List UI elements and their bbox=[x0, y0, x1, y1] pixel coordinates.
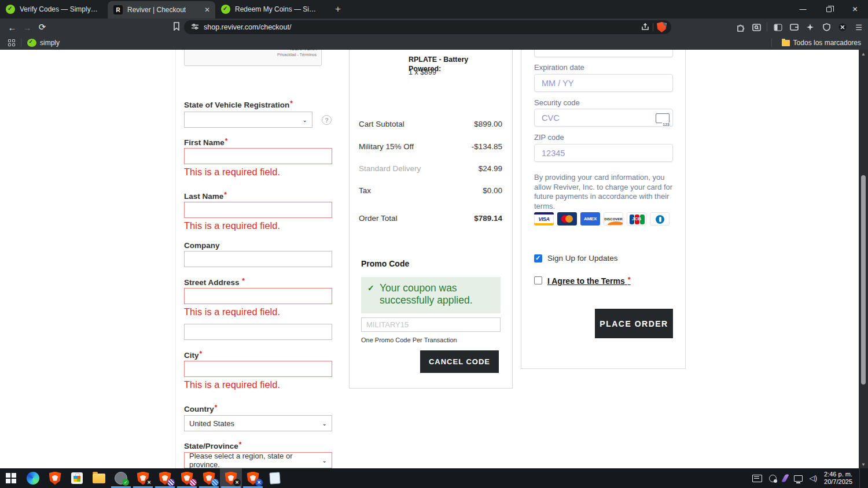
scrollbar-thumb[interactable] bbox=[861, 175, 866, 385]
cancel-code-button[interactable]: CANCEL CODE bbox=[420, 350, 499, 373]
street-address-input[interactable] bbox=[184, 288, 332, 304]
terms-checkbox[interactable] bbox=[534, 276, 542, 284]
bookmark-simply[interactable]: simply bbox=[27, 39, 60, 47]
forward-button[interactable]: → bbox=[20, 23, 35, 32]
restore-button[interactable] bbox=[816, 0, 842, 19]
restore-icon bbox=[826, 7, 832, 12]
taskbar-brave-profile-5[interactable] bbox=[242, 468, 264, 488]
help-icon[interactable]: ? bbox=[322, 115, 332, 125]
pinned-extension-icon[interactable] bbox=[837, 21, 848, 33]
window-controls: — ✕ bbox=[790, 0, 868, 19]
reload-button[interactable]: ⟳ bbox=[35, 22, 50, 32]
new-tab-button[interactable]: + bbox=[331, 3, 345, 15]
amex-icon: AMEX bbox=[580, 212, 600, 225]
reading-list-icon[interactable] bbox=[169, 22, 184, 32]
divider bbox=[771, 39, 772, 47]
tab-verify-codes[interactable]: Verify Codes — SimplyCodes bbox=[0, 0, 108, 19]
cart-row-total: Order Total$789.14 bbox=[359, 214, 502, 223]
city-input[interactable] bbox=[184, 361, 332, 377]
start-button[interactable] bbox=[0, 468, 22, 488]
browser-window: Verify Codes — SimplyCodes R Reviver | C… bbox=[0, 0, 868, 488]
taskbar-explorer[interactable] bbox=[88, 468, 110, 488]
taskbar-brave-profile-4[interactable] bbox=[198, 468, 220, 488]
vehicle-state-select[interactable]: ⌄ bbox=[184, 112, 312, 128]
close-button[interactable]: ✕ bbox=[842, 0, 868, 19]
card-number-input[interactable] bbox=[534, 50, 673, 57]
tray-app-icon[interactable] bbox=[769, 475, 777, 482]
street-label: Street Address * bbox=[184, 277, 245, 287]
recaptcha-brand: reCAPTCHA bbox=[290, 50, 317, 51]
first-name-error: This is a required field. bbox=[184, 167, 280, 178]
country-label: Country* bbox=[184, 404, 217, 413]
share-icon[interactable] bbox=[641, 23, 649, 32]
edge-icon bbox=[27, 472, 39, 485]
taskbar-brave-profile-1[interactable] bbox=[132, 468, 154, 488]
tab-redeem-coins[interactable]: Redeem My Coins — SimplyCodes bbox=[215, 0, 325, 19]
tray-feather-icon[interactable] bbox=[781, 474, 789, 483]
taskbar-store[interactable] bbox=[66, 468, 88, 488]
back-button[interactable]: ← bbox=[5, 23, 20, 32]
url-text: shop.reviver.com/checkout/ bbox=[204, 23, 291, 31]
street-address-2-input[interactable] bbox=[184, 324, 332, 340]
wallet-icon[interactable] bbox=[788, 21, 800, 33]
volume-icon[interactable]: ◁) bbox=[810, 474, 817, 482]
recaptcha-links[interactable]: Privacidad - Términos bbox=[277, 53, 317, 57]
leo-ai-sparkle-icon[interactable] bbox=[804, 21, 816, 33]
brave-shield-icon[interactable]: 7 bbox=[657, 22, 667, 32]
first-name-input[interactable] bbox=[184, 148, 332, 164]
card-legal-text: By providing your card information, you … bbox=[534, 173, 675, 211]
vpn-shield-icon[interactable] bbox=[821, 21, 832, 33]
scroll-up-icon[interactable]: ▲ bbox=[859, 50, 868, 58]
country-select[interactable]: United States⌄ bbox=[184, 415, 332, 431]
company-input[interactable] bbox=[184, 251, 332, 267]
profile-badge-icon bbox=[211, 479, 219, 486]
discover-icon: DISCOVER bbox=[604, 212, 623, 225]
last-name-error: This is a required field. bbox=[184, 220, 280, 231]
promo-note: One Promo Code Per Transaction bbox=[361, 337, 457, 343]
file-explorer-icon bbox=[93, 474, 105, 483]
tab-title: Reviver | Checkout bbox=[127, 6, 186, 14]
taskbar-brave-active[interactable] bbox=[220, 468, 242, 488]
tab-close-icon[interactable]: ✕ bbox=[203, 6, 212, 14]
simplycodes-favicon-icon bbox=[6, 5, 15, 14]
required-asterisk: * bbox=[239, 441, 242, 449]
minimize-button[interactable]: — bbox=[790, 0, 816, 19]
taskbar-brave[interactable] bbox=[44, 468, 66, 488]
exp-label: Expiration date bbox=[534, 63, 584, 72]
menu-icon[interactable]: ☰ bbox=[853, 21, 865, 33]
network-icon[interactable] bbox=[794, 475, 803, 482]
taskbar-app-check[interactable] bbox=[110, 468, 132, 488]
taskbar-notepad[interactable] bbox=[264, 468, 286, 488]
divider bbox=[175, 50, 176, 468]
show-desktop-button[interactable] bbox=[859, 468, 862, 488]
taskbar-brave-profile-2[interactable] bbox=[154, 468, 176, 488]
promo-code-input[interactable] bbox=[361, 317, 501, 332]
apps-grid-icon[interactable] bbox=[8, 39, 15, 46]
recaptcha-widget[interactable]: No soy un robot reCAPTCHA Privacidad - T… bbox=[184, 50, 322, 66]
taskbar-brave-profile-3[interactable] bbox=[176, 468, 198, 488]
region-select[interactable]: Please select a region, state or provinc… bbox=[184, 452, 332, 468]
taskbar-edge[interactable] bbox=[22, 468, 44, 488]
tab-reviver-checkout[interactable]: R Reviver | Checkout ✕ bbox=[108, 1, 215, 19]
tab-strip: Verify Codes — SimplyCodes R Reviver | C… bbox=[0, 0, 868, 19]
search-tab-icon[interactable] bbox=[751, 21, 762, 33]
clock[interactable]: 2:46 p. m. 20/7/2025 bbox=[824, 471, 852, 486]
scroll-down-icon[interactable]: ▼ bbox=[859, 460, 868, 468]
terms-link[interactable]: I Agree to the Terms * bbox=[547, 275, 631, 286]
zip-input[interactable] bbox=[534, 144, 673, 162]
country-value: United States bbox=[189, 419, 234, 428]
exp-input[interactable] bbox=[534, 74, 673, 92]
extensions-puzzle-icon[interactable] bbox=[734, 21, 746, 33]
chevron-down-icon: ⌄ bbox=[303, 117, 307, 123]
place-order-button[interactable]: PLACE ORDER bbox=[595, 309, 673, 338]
site-settings-icon[interactable] bbox=[191, 22, 199, 32]
url-bar[interactable]: shop.reviver.com/checkout/ 7 bbox=[184, 20, 671, 34]
page-scrollbar[interactable]: ▲ ▼ bbox=[859, 50, 868, 468]
tray-date: 20/7/2025 bbox=[824, 478, 852, 486]
signup-checkbox[interactable] bbox=[534, 254, 542, 263]
all-bookmarks[interactable]: Todos los marcadores bbox=[782, 39, 861, 47]
cvc-input[interactable] bbox=[534, 109, 673, 127]
sidebar-icon[interactable] bbox=[772, 21, 784, 33]
tray-window-icon[interactable] bbox=[752, 475, 762, 482]
last-name-input[interactable] bbox=[184, 202, 332, 218]
